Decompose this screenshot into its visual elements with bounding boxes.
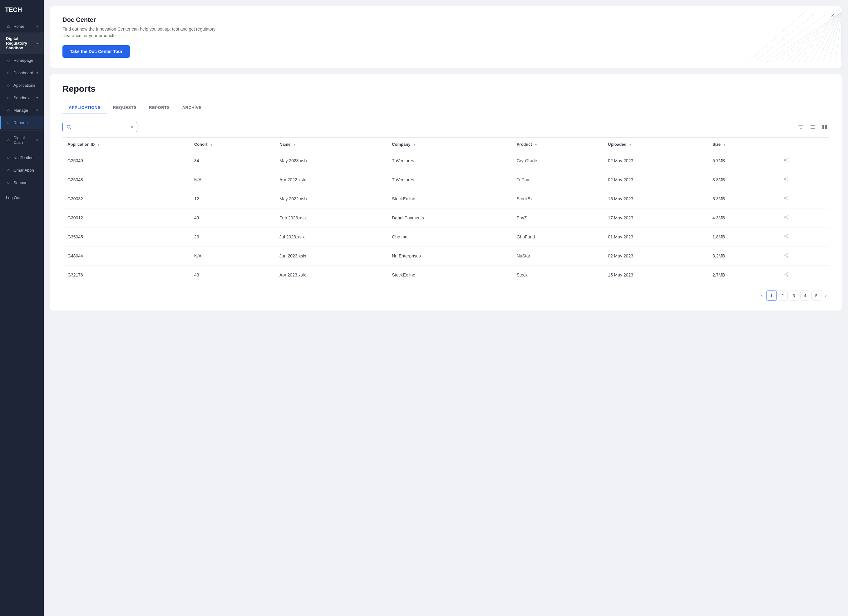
share-button[interactable]	[783, 232, 790, 241]
cell-size: 5.3MB	[707, 190, 777, 209]
cell-app-id: G35049	[62, 151, 189, 170]
cell-company: TriVentures	[387, 170, 511, 190]
share-button[interactable]	[783, 194, 790, 203]
svg-line-33	[785, 159, 787, 160]
tab-archive[interactable]: ARCHIVE	[176, 101, 208, 114]
share-icon	[784, 234, 789, 239]
next-page-button[interactable]: ›	[823, 292, 829, 299]
search-input[interactable]	[74, 124, 128, 129]
svg-line-34	[785, 160, 787, 161]
cell-cohort: 23	[189, 228, 274, 247]
page-5-button[interactable]: 5	[811, 290, 821, 301]
filter-button[interactable]	[796, 122, 805, 132]
sidebar-item-sandbox[interactable]: ○ Sandbox ▼	[0, 92, 44, 104]
cell-size: 1.8MB	[707, 228, 777, 247]
cell-size: 2.7MB	[707, 265, 777, 284]
sidebar-item-label: Sandbox	[13, 95, 29, 100]
share-button[interactable]	[783, 271, 790, 279]
page-3-button[interactable]: 3	[789, 290, 799, 301]
table-row: G35049 34 May 2023.xslx TriVentures Cryp…	[62, 151, 829, 170]
share-icon	[784, 253, 789, 258]
sidebar-divider-3	[0, 190, 44, 190]
cell-app-id: G20012	[62, 209, 189, 228]
sidebar-item-applications[interactable]: ○ Applications	[0, 79, 44, 92]
search-clear-button[interactable]: ×	[131, 124, 133, 129]
sidebar-item-homepage[interactable]: ○ Homepage	[0, 54, 44, 67]
share-button[interactable]	[783, 252, 790, 260]
sidebar-item-reports[interactable]: ○ Reports	[0, 116, 44, 129]
sidebar-item-manage[interactable]: ○ Manage ▼	[0, 104, 44, 116]
share-button[interactable]	[783, 156, 790, 165]
sidebar-item-digital-cash[interactable]: ○ Digital Cash ▼	[0, 132, 44, 148]
svg-line-17	[748, 12, 804, 62]
col-header-company[interactable]: Company ▼	[387, 138, 511, 151]
svg-line-8	[817, 12, 842, 62]
list-view-icon	[810, 124, 815, 130]
tab-applications[interactable]: APPLICATIONS	[62, 101, 107, 114]
col-header-cohort[interactable]: Cohort ▼	[189, 138, 274, 151]
sidebar-item-logout[interactable]: Log Out	[0, 192, 44, 204]
svg-line-54	[785, 237, 787, 237]
cell-uploaded: 15 May 2023	[603, 265, 707, 284]
support-icon: ○	[6, 180, 11, 185]
cell-app-id: G48044	[62, 247, 189, 265]
list-view-button[interactable]	[808, 122, 817, 132]
cell-cohort: 34	[189, 151, 274, 170]
sidebar-item-home[interactable]: ⌂ Home ▼	[0, 20, 44, 33]
sidebar-item-label: Reports	[13, 120, 28, 125]
grid-view-button[interactable]	[820, 122, 829, 132]
page-4-button[interactable]: 4	[800, 290, 810, 301]
sidebar-item-label: Notifications	[13, 155, 36, 160]
sidebar-item-support[interactable]: ○ Support	[0, 176, 44, 189]
page-2-button[interactable]: 2	[778, 290, 788, 301]
tab-reports[interactable]: REPORTS	[143, 101, 176, 114]
cell-company: Dahul Payments	[387, 209, 511, 228]
col-header-size[interactable]: Size ▼	[707, 138, 777, 151]
sidebar-divider-2	[0, 150, 44, 150]
sidebar-item-label: Applications	[13, 83, 35, 88]
search-icon	[67, 124, 71, 129]
cell-name: May 2022.xslx	[274, 190, 387, 209]
svg-point-41	[784, 198, 785, 199]
prev-page-button[interactable]: ‹	[758, 292, 765, 299]
search-bar: ×	[62, 122, 829, 132]
col-header-app-id[interactable]: Application ID ▼	[62, 138, 189, 151]
col-header-name[interactable]: Name ▼	[274, 138, 387, 151]
share-button[interactable]	[783, 213, 790, 222]
cell-company: StockEx Inc	[387, 265, 511, 284]
grid-view-icon	[822, 124, 827, 130]
page-1-button[interactable]: 1	[766, 290, 777, 301]
cell-name: Jun 2023.xslx	[274, 247, 387, 265]
share-button[interactable]	[783, 175, 790, 184]
search-input-wrap: ×	[62, 122, 137, 132]
svg-line-48	[785, 216, 787, 217]
sidebar-item-dashboard[interactable]: ○ Dashboard ▼	[0, 67, 44, 79]
reports-title: Reports	[62, 84, 829, 94]
svg-rect-23	[811, 126, 815, 126]
table-row: G32176 43 Apr 2023.xslx StockEx Inc Stoc…	[62, 265, 829, 284]
svg-rect-29	[825, 127, 827, 129]
svg-point-46	[784, 217, 785, 218]
doc-center-tour-button[interactable]: Take the Doc Center Tour	[62, 45, 130, 58]
svg-point-62	[787, 275, 788, 277]
svg-rect-25	[811, 128, 815, 129]
cell-uploaded: 02 May 2023	[603, 247, 707, 265]
sidebar-divider	[0, 130, 44, 130]
tab-requests[interactable]: REQUESTS	[107, 101, 143, 114]
sidebar-item-notifications[interactable]: ○ Notifications	[0, 151, 44, 164]
col-header-uploaded[interactable]: Uploaded ▼	[603, 138, 707, 151]
sidebar-section-label: Digital RegulatorySandbox	[6, 36, 33, 50]
cell-share	[777, 151, 829, 170]
svg-point-52	[787, 237, 788, 238]
cell-name: Feb 2023.xslx	[274, 209, 387, 228]
reports-icon: ○	[6, 120, 11, 125]
col-header-product[interactable]: Product ▼	[512, 138, 603, 151]
cell-product: TriPay	[512, 170, 603, 190]
svg-line-0	[767, 12, 842, 62]
cell-size: 4.3MB	[707, 209, 777, 228]
sidebar-item-label: Support	[13, 181, 28, 185]
sidebar-item-label: Manage	[13, 108, 28, 113]
table-row: G25048 N/A Apr 2022.xslx TriVentures Tri…	[62, 170, 829, 190]
sidebar-item-user[interactable]: ○ Omar Aboh	[0, 164, 44, 176]
reports-table: Application ID ▼ Cohort ▼ Name ▼ Company…	[62, 137, 829, 284]
